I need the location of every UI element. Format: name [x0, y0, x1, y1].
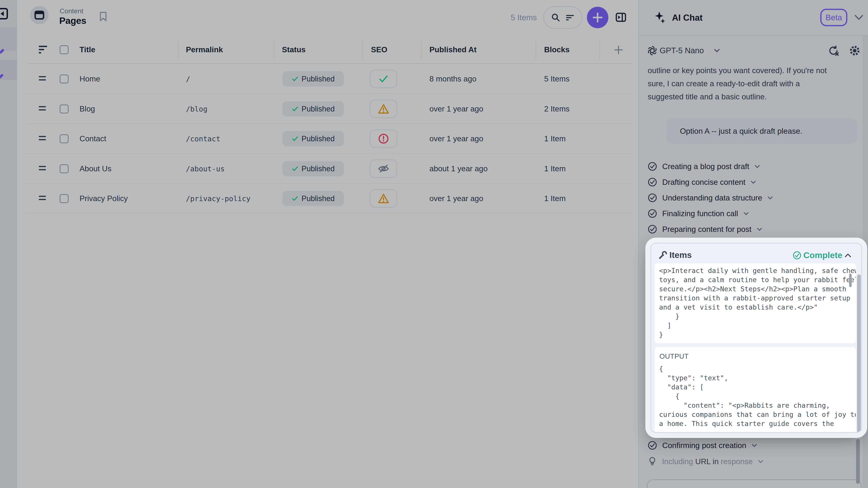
- tool-panel-scrollbar-thumb[interactable]: [857, 274, 861, 433]
- tool-panel-title: Items: [670, 250, 692, 260]
- items-tool-panel: Items Complete <p>Interact daily with ge…: [651, 243, 862, 433]
- chevron-up-icon[interactable]: [844, 253, 851, 258]
- code-text: <p>Interact daily with gentle handling, …: [659, 266, 856, 339]
- status-badge: Complete: [803, 250, 842, 260]
- complete-check-circle-icon: [793, 251, 801, 260]
- output-label: OUTPUT: [659, 352, 689, 360]
- tool-output-code-block[interactable]: OUTPUT { "type": "text", "data": [ { "co…: [655, 347, 856, 433]
- code-scrollbar-thumb[interactable]: [849, 273, 852, 287]
- wrench-icon: [658, 251, 668, 260]
- tool-input-code-block[interactable]: <p>Interact daily with gentle handling, …: [655, 263, 856, 343]
- code-text: { "type": "text", "data": [ { "content":…: [659, 364, 856, 428]
